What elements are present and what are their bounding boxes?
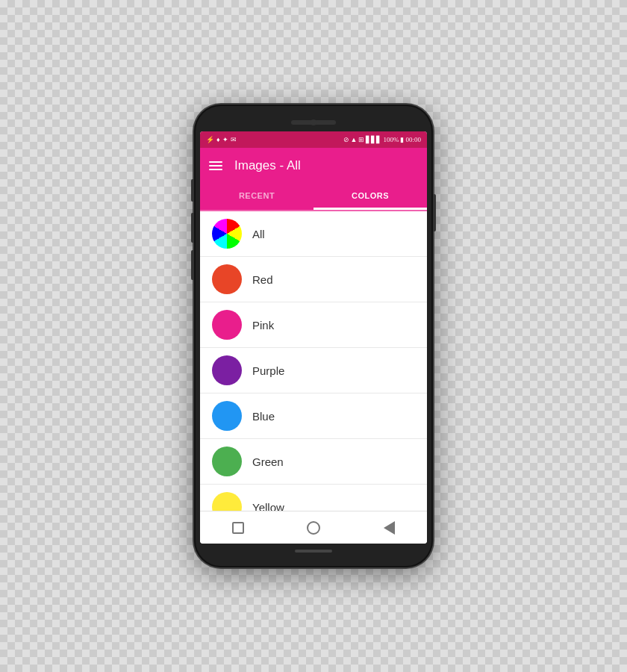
android-icon: ✦ xyxy=(222,136,228,143)
color-swatch xyxy=(212,492,242,511)
screenshot-icon: ⊞ xyxy=(358,136,364,143)
phone-screen: ⚡ ♦ ✦ ✉ ⊘ ▲ ⊞ ▋▋▋ 100% ▮ 00:00 Image xyxy=(200,131,427,544)
status-left-icons: ⚡ ♦ ✦ ✉ xyxy=(206,136,237,143)
color-swatch xyxy=(212,310,242,340)
color-label: Red xyxy=(252,273,273,286)
no-mic-icon: ⊘ xyxy=(343,136,349,143)
color-label: All xyxy=(252,228,265,240)
phone-top xyxy=(200,113,427,131)
battery-percent: 100% xyxy=(383,136,399,143)
color-label: Pink xyxy=(252,319,274,332)
hamburger-line-3 xyxy=(209,169,222,170)
color-item[interactable]: Green xyxy=(200,439,427,485)
volume-down-button[interactable] xyxy=(191,213,194,243)
volume-up-button[interactable] xyxy=(191,179,194,202)
color-item[interactable]: All xyxy=(200,211,427,257)
phone-frame: ⚡ ♦ ✦ ✉ ⊘ ▲ ⊞ ▋▋▋ 100% ▮ 00:00 Image xyxy=(194,105,433,567)
signal-icon: ▋▋▋ xyxy=(366,136,381,143)
bottom-nav xyxy=(200,511,427,544)
color-item[interactable]: Blue xyxy=(200,393,427,439)
color-swatch xyxy=(212,447,242,476)
color-item[interactable]: Red xyxy=(200,257,427,302)
time-display: 00:00 xyxy=(405,136,421,143)
status-right-icons: ⊘ ▲ ⊞ ▋▋▋ 100% ▮ 00:00 xyxy=(343,136,421,143)
color-item[interactable]: Pink xyxy=(200,302,427,348)
silent-button[interactable] xyxy=(191,250,194,280)
app-title: Images - All xyxy=(234,158,301,173)
usb-icon: ⚡ xyxy=(206,136,214,143)
wifi-icon: ▲ xyxy=(351,136,358,143)
home-icon xyxy=(307,521,320,535)
back-button[interactable] xyxy=(375,517,402,538)
app-bar: Images - All xyxy=(200,148,427,184)
color-item[interactable]: Purple xyxy=(200,348,427,393)
menu-button[interactable] xyxy=(209,161,222,170)
usb2-icon: ♦ xyxy=(216,136,220,143)
home-button[interactable] xyxy=(300,517,327,538)
color-label: Blue xyxy=(252,410,275,423)
color-label: Purple xyxy=(252,364,284,377)
tab-recent[interactable]: RECENT xyxy=(200,184,314,210)
color-label: Green xyxy=(252,455,284,468)
hamburger-line-2 xyxy=(209,165,222,167)
phone-bottom xyxy=(200,544,427,559)
color-swatch xyxy=(212,401,242,431)
color-swatch xyxy=(212,219,242,249)
status-bar: ⚡ ♦ ✦ ✉ ⊘ ▲ ⊞ ▋▋▋ 100% ▮ 00:00 xyxy=(200,131,427,148)
bottom-bar xyxy=(295,550,332,553)
hamburger-line-1 xyxy=(209,161,222,163)
recent-apps-icon xyxy=(232,522,244,534)
front-camera xyxy=(311,119,316,125)
color-list: AllRedPinkPurpleBlueGreenYellowOrange xyxy=(200,211,427,511)
tab-bar: RECENT COLORS xyxy=(200,184,427,211)
battery-icon: ▮ xyxy=(400,136,404,143)
color-swatch xyxy=(212,264,242,294)
back-icon xyxy=(384,521,395,535)
power-button[interactable] xyxy=(433,194,436,231)
tab-colors[interactable]: COLORS xyxy=(314,184,427,210)
color-label: Yellow xyxy=(252,501,284,511)
clipboard-icon: ✉ xyxy=(231,136,237,143)
recent-apps-button[interactable] xyxy=(225,517,252,538)
color-swatch xyxy=(212,355,242,385)
color-item[interactable]: Yellow xyxy=(200,485,427,511)
